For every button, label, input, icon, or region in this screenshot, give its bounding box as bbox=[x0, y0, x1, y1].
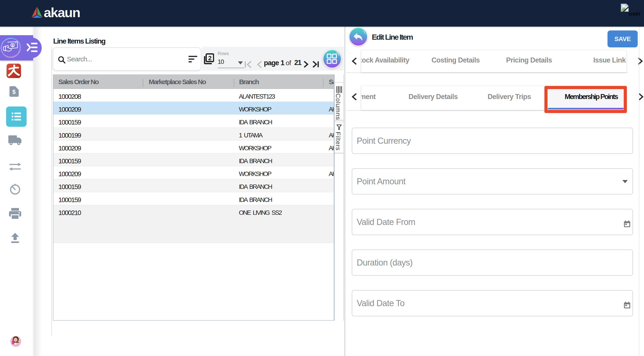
svg-text:2: 2 bbox=[208, 55, 212, 62]
svg-text:$: $ bbox=[12, 88, 16, 95]
svg-text:$: $ bbox=[12, 43, 14, 47]
